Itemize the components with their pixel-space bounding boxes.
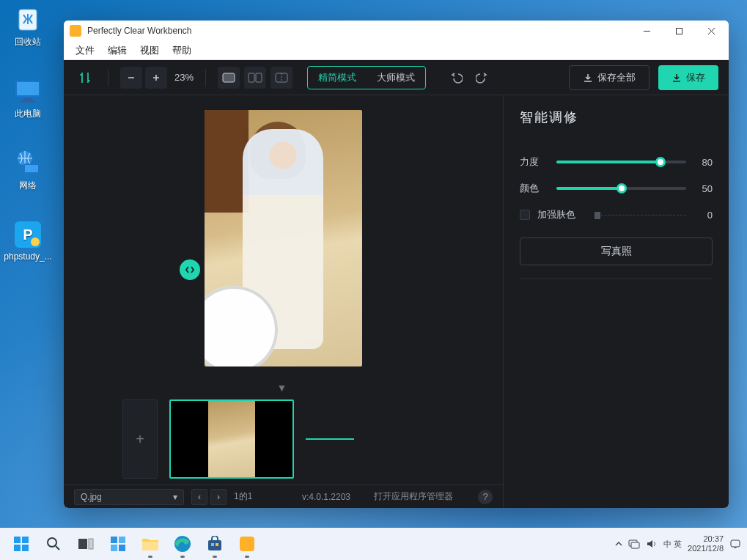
zoom-percent: 23%	[174, 72, 194, 83]
panel-title: 智能调修	[520, 108, 713, 126]
close-button[interactable]	[695, 21, 727, 41]
svg-point-10	[31, 237, 40, 246]
tray-chevron-icon[interactable]	[615, 540, 622, 548]
svg-rect-23	[111, 537, 117, 543]
skin-value: 0	[693, 210, 713, 221]
desktop-icon-recycle[interactable]: 回收站	[3, 4, 53, 48]
strip-progress	[306, 438, 444, 440]
open-app-manager-link[interactable]: 打开应用程序管理器	[374, 490, 453, 503]
skin-checkbox[interactable]	[520, 210, 530, 220]
zoom-in-button[interactable]	[145, 67, 167, 89]
desktop-icon-phpstudy[interactable]: P phpstudy_...	[3, 220, 53, 262]
taskbar: 中 英 20:37 2021/12/8	[0, 528, 747, 560]
prev-file-button[interactable]: ‹	[191, 489, 207, 505]
page-indicator: 1的1	[234, 490, 252, 503]
globe-icon	[13, 148, 43, 177]
titlebar[interactable]: Perfectly Clear Workbench	[64, 21, 729, 41]
fit-split-icon[interactable]	[244, 67, 266, 89]
svg-rect-32	[240, 537, 254, 551]
tray-ime-label[interactable]: 中 英	[663, 539, 682, 550]
recycle-bin-icon	[13, 4, 43, 34]
search-button[interactable]	[38, 528, 69, 560]
widgets-button[interactable]	[103, 528, 133, 560]
svg-rect-30	[211, 543, 214, 546]
portrait-preset-button[interactable]: 写真照	[520, 237, 713, 265]
thumbnail-strip: +	[64, 394, 503, 485]
version-label: v:4.0.1.2203	[302, 492, 350, 502]
svg-rect-21	[78, 539, 87, 549]
svg-rect-12	[223, 73, 235, 82]
adjustments-panel: 智能调修 力度 80 颜色 50	[503, 95, 729, 508]
save-button[interactable]: 保存	[658, 65, 718, 90]
svg-rect-35	[731, 540, 740, 547]
preview-canvas[interactable]	[64, 95, 503, 380]
color-slider[interactable]	[556, 187, 686, 190]
desktop-icon-label: 此电脑	[15, 108, 41, 120]
save-all-button[interactable]: 保存全部	[569, 65, 650, 90]
svg-rect-31	[216, 543, 218, 546]
zoom-out-button[interactable]	[120, 67, 142, 89]
undo-button[interactable]	[445, 67, 467, 89]
start-button[interactable]	[6, 528, 37, 560]
desktop-icon-label: 网络	[19, 180, 37, 192]
fit-single-icon[interactable]	[218, 67, 240, 89]
app-window: Perfectly Clear Workbench 文件 编辑 视图 帮助 23…	[64, 21, 729, 508]
minimize-button[interactable]	[630, 21, 663, 41]
help-button[interactable]: ?	[478, 490, 493, 504]
svg-rect-4	[21, 100, 35, 103]
desktop-icon-network[interactable]: 网络	[3, 148, 53, 192]
tray-volume-icon[interactable]	[646, 539, 658, 549]
menu-edit[interactable]: 编辑	[102, 42, 133, 59]
redo-button[interactable]	[471, 67, 493, 89]
maximize-button[interactable]	[663, 21, 695, 41]
svg-rect-14	[256, 73, 262, 82]
skin-label: 加强肤色	[537, 208, 590, 221]
svg-rect-19	[22, 545, 29, 551]
fit-compare-icon[interactable]	[271, 67, 292, 89]
mode-simple[interactable]: 精简模式	[308, 67, 367, 89]
strength-slider[interactable]	[556, 161, 686, 163]
svg-rect-25	[111, 545, 117, 551]
tray-clock[interactable]: 20:37 2021/12/8	[688, 534, 724, 553]
phpstudy-icon: P	[13, 220, 43, 249]
add-image-button[interactable]: +	[122, 399, 158, 479]
skin-slider[interactable]	[597, 215, 686, 215]
strength-value: 80	[693, 157, 713, 168]
system-tray: 中 英 20:37 2021/12/8	[615, 534, 741, 553]
svg-rect-27	[142, 542, 158, 550]
taskbar-store[interactable]	[199, 528, 230, 560]
svg-rect-22	[89, 539, 93, 549]
next-file-button[interactable]: ›	[210, 489, 227, 505]
taskbar-explorer[interactable]	[135, 528, 166, 560]
thumbnail-selected[interactable]	[169, 399, 294, 479]
svg-rect-26	[119, 545, 125, 551]
task-view-button[interactable]	[70, 528, 101, 560]
strength-row: 力度 80	[520, 155, 713, 169]
tray-network-icon[interactable]	[628, 539, 640, 549]
window-title: Perfectly Clear Workbench	[87, 26, 192, 36]
color-row: 颜色 50	[520, 182, 713, 195]
file-select[interactable]: Q.jpg ▾	[74, 489, 184, 505]
app-icon	[70, 25, 81, 37]
svg-rect-13	[249, 73, 254, 82]
compare-handle[interactable]	[180, 259, 200, 280]
desktop-icon-label: 回收站	[15, 36, 41, 48]
tray-notifications-icon[interactable]	[729, 538, 741, 550]
mode-master[interactable]: 大师模式	[367, 67, 425, 89]
menu-file[interactable]: 文件	[70, 42, 100, 59]
crop-icon[interactable]	[74, 67, 96, 89]
download-icon	[671, 73, 682, 83]
svg-rect-24	[119, 537, 125, 543]
taskbar-workbench[interactable]	[232, 528, 262, 560]
menubar: 文件 编辑 视图 帮助	[64, 41, 729, 60]
menu-help[interactable]: 帮助	[166, 42, 197, 59]
svg-rect-3	[23, 98, 32, 100]
svg-rect-7	[25, 165, 38, 172]
chevron-down-icon[interactable]: ▼	[64, 382, 501, 394]
taskbar-edge[interactable]	[167, 528, 198, 560]
svg-rect-16	[14, 537, 21, 543]
desktop-icon-this-pc[interactable]: 此电脑	[3, 76, 53, 120]
monitor-icon	[13, 76, 43, 106]
menu-view[interactable]: 视图	[134, 42, 165, 59]
toolbar: 23% 精简模式 大师模式 保存全部 保存	[64, 60, 729, 95]
